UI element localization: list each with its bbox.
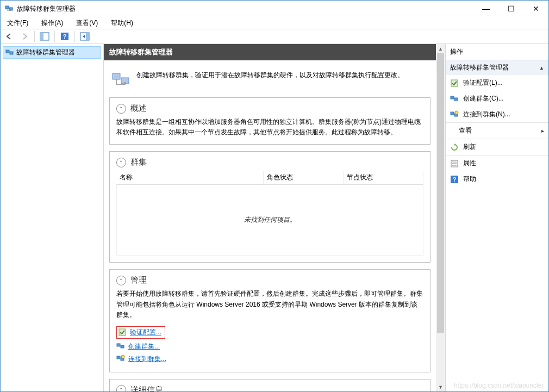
svg-rect-15 bbox=[117, 356, 120, 359]
clusters-grid-header: 名称 角色状态 节点状态 bbox=[116, 171, 423, 185]
tree-root-label: 故障转移群集管理器 bbox=[16, 48, 75, 57]
col-node-status[interactable]: 节点状态 bbox=[344, 171, 423, 184]
toolbar-separator bbox=[74, 31, 75, 42]
menu-action[interactable]: 操作(A) bbox=[38, 17, 66, 29]
action-validate[interactable]: 验证配置(L)... bbox=[446, 75, 548, 91]
vertical-scrollbar[interactable]: ▲ ▼ bbox=[436, 44, 445, 391]
overview-section: ⌃ 概述 故障转移群集是一组相互协作以增加服务器角色可用性的独立计算机。群集服务… bbox=[109, 97, 431, 145]
connect-cluster-icon bbox=[116, 354, 125, 363]
manage-title: 管理 bbox=[130, 275, 147, 285]
svg-rect-7 bbox=[86, 33, 89, 40]
tree-pane: 故障转移群集管理器 bbox=[1, 44, 104, 391]
create-cluster-icon bbox=[116, 342, 125, 351]
create-cluster-icon bbox=[450, 95, 459, 103]
svg-rect-12 bbox=[119, 329, 126, 335]
scroll-down-icon[interactable]: ▼ bbox=[436, 382, 445, 391]
svg-rect-22 bbox=[451, 112, 454, 115]
cluster-manager-icon bbox=[5, 48, 14, 57]
menu-file[interactable]: 文件(F) bbox=[4, 17, 32, 29]
collapse-icon[interactable]: ⌃ bbox=[116, 104, 126, 114]
action-view[interactable]: 查看 ▸ bbox=[446, 123, 548, 139]
scroll-up-icon[interactable]: ▲ bbox=[436, 44, 445, 53]
close-button[interactable]: ✕ bbox=[523, 1, 548, 17]
toolbar-separator bbox=[34, 31, 35, 42]
collapse-icon[interactable]: ⌃ bbox=[116, 276, 126, 285]
svg-rect-19 bbox=[451, 80, 458, 86]
col-role-status[interactable]: 角色状态 bbox=[264, 171, 344, 184]
clusters-empty: 未找到任何项目。 bbox=[116, 185, 423, 256]
svg-rect-9 bbox=[10, 52, 13, 54]
validate-config-link[interactable]: 验证配置... bbox=[130, 328, 161, 337]
tree-root-item[interactable]: 故障转移群集管理器 bbox=[3, 46, 101, 59]
action-create[interactable]: 创建群集(C)... bbox=[446, 91, 548, 107]
svg-rect-8 bbox=[6, 50, 9, 53]
svg-rect-13 bbox=[117, 344, 120, 346]
app-icon bbox=[5, 4, 14, 13]
actions-subheader: 故障转移群集管理器 ▲ bbox=[446, 60, 548, 75]
action-properties-label: 属性 bbox=[463, 159, 476, 168]
window-title: 故障转移群集管理器 bbox=[17, 4, 473, 14]
action-help[interactable]: ? 帮助 bbox=[446, 171, 548, 187]
svg-point-24 bbox=[455, 111, 458, 114]
action-connect[interactable]: 连接到群集(N)... bbox=[446, 107, 548, 122]
action-connect-label: 连接到群集(N)... bbox=[463, 110, 510, 119]
overview-title: 概述 bbox=[130, 103, 147, 114]
overview-text: 故障转移群集是一组相互协作以增加服务器角色可用性的独立计算机。群集服务器(称为节… bbox=[116, 117, 423, 138]
menu-help[interactable]: 帮助(H) bbox=[108, 17, 136, 29]
connect-cluster-icon bbox=[450, 110, 459, 119]
svg-point-17 bbox=[121, 355, 124, 358]
manage-section: ⌃ 管理 若要开始使用故障转移群集，请首先验证硬件配置，然后创建群集。完成这些步… bbox=[109, 269, 431, 372]
action-validate-label: 验证配置(L)... bbox=[463, 78, 503, 88]
collapse-icon[interactable]: ⌃ bbox=[116, 158, 126, 167]
action-help-label: 帮助 bbox=[463, 175, 476, 184]
refresh-icon bbox=[450, 143, 459, 152]
main-area: 故障转移群集管理器 故障转移群集管理器 创建故障转移群集，验证用于潜在故障转移群… bbox=[1, 44, 548, 391]
clusters-title: 群集 bbox=[130, 157, 147, 167]
menubar: 文件(F) 操作(A) 查看(V) 帮助(H) bbox=[1, 17, 548, 29]
show-hide-tree-button[interactable] bbox=[38, 30, 51, 42]
menu-view[interactable]: 查看(V) bbox=[73, 17, 101, 29]
connect-cluster-link[interactable]: 连接到群集... bbox=[128, 354, 166, 364]
svg-rect-3 bbox=[40, 33, 43, 40]
clusters-section: ⌃ 群集 名称 角色状态 节点状态 未找到任何项目。 bbox=[109, 151, 431, 263]
create-cluster-link[interactable]: 创建群集... bbox=[128, 342, 160, 351]
manage-text: 若要开始使用故障转移群集，请首先验证硬件配置，然后创建群集。完成这些步骤后，即可… bbox=[116, 289, 423, 320]
validate-icon bbox=[450, 79, 459, 88]
nav-back-button[interactable] bbox=[3, 30, 16, 42]
cluster-big-icon bbox=[111, 70, 131, 90]
svg-text:?: ? bbox=[63, 33, 67, 40]
svg-rect-20 bbox=[451, 96, 454, 99]
svg-rect-10 bbox=[113, 73, 120, 79]
action-refresh-label: 刷新 bbox=[463, 142, 476, 152]
content-pane: 故障转移群集管理器 创建故障转移群集，验证用于潜在故障转移群集的硬件，以及对故障… bbox=[104, 44, 445, 391]
intro-row: 创建故障转移群集，验证用于潜在故障转移群集的硬件，以及对故障转移群集执行配置更改… bbox=[109, 66, 431, 97]
details-title: 详细信息 bbox=[130, 385, 163, 391]
content-header: 故障转移群集管理器 bbox=[104, 44, 436, 60]
svg-rect-14 bbox=[121, 345, 124, 348]
nav-forward-button[interactable] bbox=[18, 30, 31, 42]
validate-link-highlight: 验证配置... bbox=[116, 326, 165, 339]
toolbar: ? bbox=[1, 29, 548, 44]
toolbar-separator bbox=[54, 31, 55, 42]
help-button[interactable]: ? bbox=[58, 30, 71, 42]
action-refresh[interactable]: 刷新 bbox=[446, 139, 548, 155]
scroll-thumb[interactable] bbox=[437, 53, 444, 333]
actions-subheader-label: 故障转移群集管理器 bbox=[450, 63, 509, 72]
col-name[interactable]: 名称 bbox=[116, 171, 264, 184]
maximize-button[interactable]: ☐ bbox=[498, 1, 523, 17]
properties-icon bbox=[450, 159, 459, 168]
chevron-right-icon: ▸ bbox=[541, 128, 544, 134]
collapse-icon[interactable]: ▲ bbox=[539, 65, 544, 71]
window-controls: — ☐ ✕ bbox=[473, 1, 548, 17]
collapse-icon[interactable]: ⌃ bbox=[116, 385, 126, 391]
actions-pane: 操作 故障转移群集管理器 ▲ 验证配置(L)... 创建群集(C)... 连接到… bbox=[445, 44, 548, 391]
help-icon: ? bbox=[450, 175, 459, 184]
validate-icon bbox=[118, 328, 127, 337]
actions-header: 操作 bbox=[446, 44, 548, 60]
action-pane-button[interactable] bbox=[78, 30, 91, 42]
action-view-label: 查看 bbox=[459, 126, 472, 135]
svg-text:?: ? bbox=[453, 176, 457, 183]
action-properties[interactable]: 属性 bbox=[446, 155, 548, 171]
minimize-button[interactable]: — bbox=[473, 1, 498, 17]
action-create-label: 创建群集(C)... bbox=[463, 94, 504, 103]
